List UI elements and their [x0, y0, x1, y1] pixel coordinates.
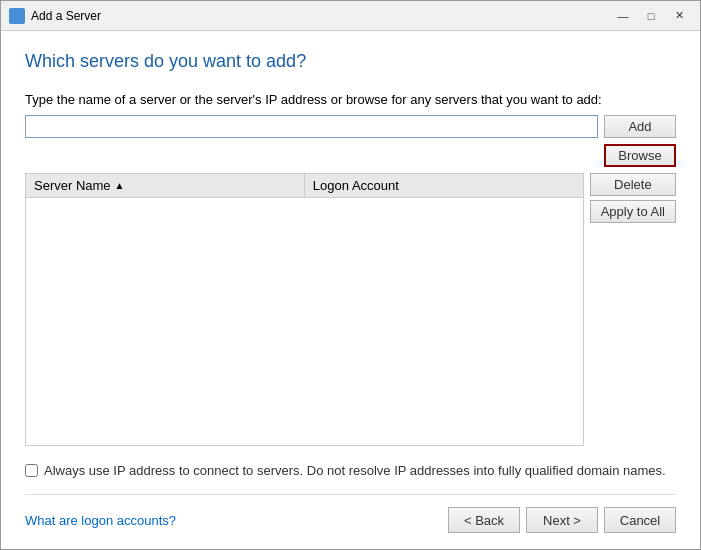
use-ip-label: Always use IP address to connect to serv… — [44, 462, 666, 480]
back-button[interactable]: < Back — [448, 507, 520, 533]
minimize-button[interactable]: — — [610, 6, 636, 26]
window-icon — [9, 8, 25, 24]
next-button[interactable]: Next > — [526, 507, 598, 533]
navigation-buttons: < Back Next > Cancel — [448, 507, 676, 533]
add-server-dialog: Add a Server — □ ✕ Which servers do you … — [0, 0, 701, 550]
server-name-input[interactable] — [25, 115, 598, 138]
apply-to-all-button[interactable]: Apply to All — [590, 200, 676, 223]
dialog-footer: What are logon accounts? < Back Next > C… — [25, 494, 676, 533]
server-table: Server Name ▲ Logon Account — [25, 173, 584, 446]
table-header: Server Name ▲ Logon Account — [26, 174, 583, 198]
ip-checkbox-row: Always use IP address to connect to serv… — [25, 462, 676, 480]
close-button[interactable]: ✕ — [666, 6, 692, 26]
title-bar: Add a Server — □ ✕ — [1, 1, 700, 31]
browse-button[interactable]: Browse — [604, 144, 676, 167]
dialog-content: Which servers do you want to add? Type t… — [1, 31, 700, 549]
maximize-button[interactable]: □ — [638, 6, 664, 26]
window-controls: — □ ✕ — [610, 6, 692, 26]
help-link[interactable]: What are logon accounts? — [25, 513, 176, 528]
sort-icon: ▲ — [115, 180, 125, 191]
server-input-row: Add — [25, 115, 676, 138]
add-button[interactable]: Add — [604, 115, 676, 138]
table-action-buttons: Delete Apply to All — [590, 173, 676, 446]
table-body — [26, 198, 583, 443]
description-text: Type the name of a server or the server'… — [25, 92, 676, 107]
column-logon-account: Logon Account — [305, 174, 583, 197]
delete-button[interactable]: Delete — [590, 173, 676, 196]
window-title: Add a Server — [31, 9, 610, 23]
server-table-area: Server Name ▲ Logon Account Delete Apply… — [25, 173, 676, 446]
use-ip-checkbox[interactable] — [25, 464, 38, 477]
cancel-button[interactable]: Cancel — [604, 507, 676, 533]
column-server-name: Server Name ▲ — [26, 174, 305, 197]
page-title: Which servers do you want to add? — [25, 51, 676, 72]
